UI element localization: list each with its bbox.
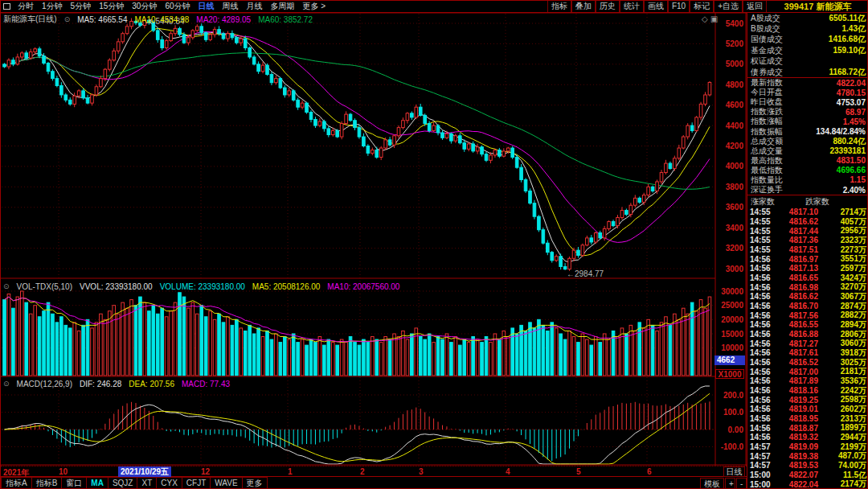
bottom-button-更多[interactable]: 更多 — [243, 477, 268, 489]
price-axis-4600: 4600 — [715, 101, 743, 109]
price-axis-4000: 4000 — [715, 162, 743, 171]
tick-price: 4819.53 — [777, 461, 825, 470]
zoom-in-button[interactable]: + — [725, 478, 735, 489]
zoom-out-button[interactable]: - — [736, 478, 747, 489]
panel-row-value: 6505.11亿 — [829, 13, 866, 24]
price-axis-3200: 3200 — [715, 244, 743, 253]
tick-time: 14:56 — [750, 386, 777, 395]
bottom-button-CYX[interactable]: CYX — [157, 477, 182, 489]
template-button[interactable]: 模板 — [700, 478, 724, 489]
price-axis-5000: 5000 — [715, 60, 743, 68]
price-axis-5200: 5200 — [715, 39, 743, 48]
panel-row-value: 4822.04 — [837, 79, 866, 88]
bottom-button-WAVE[interactable]: WAVE — [211, 477, 242, 489]
date-label-2: 2 — [360, 467, 365, 476]
tick-time: 14:56 — [750, 339, 777, 348]
bottom-button-MA[interactable]: MA — [87, 477, 108, 489]
panel-row-value: 23393181 — [830, 146, 866, 155]
panel-row-label: A股成交 — [751, 13, 780, 24]
tick-price: 4819.01 — [777, 405, 825, 413]
volume-axis-30000: 30000 — [715, 287, 743, 296]
tick-time: 14:56 — [750, 320, 777, 329]
panel-row-债券成交: 债券成交1168.72亿 — [747, 67, 868, 77]
volume-settings-icon[interactable]: ⊙ — [3, 282, 10, 290]
tick-price: 4817.51 — [777, 245, 825, 254]
tick-price: 4816.98 — [777, 283, 825, 292]
tick-list-header: 涨家数 跌家数 — [747, 195, 868, 208]
panel-row-深证换手: 深证换手2.40% — [747, 185, 868, 195]
bottom-button-指标B[interactable]: 指标B — [32, 477, 63, 489]
date-label-12: 12 — [201, 467, 210, 476]
tick-list[interactable]: 14:554817.102714万14:554816.624057万14:554… — [747, 208, 868, 489]
tick-time: 14:55 — [750, 245, 777, 254]
tick-time: 14:56 — [750, 302, 777, 310]
tick-price: 4817.56 — [777, 311, 825, 320]
date-label-1: 1 — [288, 467, 293, 476]
tick-price: 4818.95 — [777, 414, 825, 423]
panel-row-value: 159.10亿 — [833, 45, 866, 56]
date-axis: 2021年10121234562021/10/29五 — [1, 466, 747, 477]
tick-price: 4819.25 — [777, 396, 825, 405]
period-indicator-box[interactable]: 日线 — [723, 466, 745, 477]
volume-unit-label: X1000 — [715, 369, 744, 379]
vol-values-1: VOLUME: 23393180.00 — [160, 282, 245, 291]
tick-price: 4822.07 — [777, 471, 825, 479]
macd-settings-icon[interactable]: ⊙ — [3, 380, 10, 388]
tick-time: 14:56 — [750, 358, 777, 367]
tick-time: 14:56 — [750, 273, 777, 282]
panel-row-label: 深证换手 — [751, 184, 783, 195]
tick-time: 14:56 — [750, 311, 777, 320]
tick-price: 4817.44 — [777, 227, 825, 236]
panel-row-value: 4780.15 — [837, 88, 866, 97]
bottom-button-SQJZ[interactable]: SQJZ — [108, 477, 138, 489]
advancers-header[interactable]: 涨家数 — [747, 196, 805, 208]
bottom-button-XT[interactable]: XT — [137, 477, 157, 489]
panel-row-label: 基金成交 — [751, 45, 783, 56]
chart-canvas[interactable] — [1, 1, 747, 489]
panel-row-label: B股成交 — [751, 23, 780, 35]
tick-price: 4817.10 — [777, 208, 825, 216]
price-axis-3000: 3000 — [715, 265, 743, 273]
tick-time: 14:55 — [750, 236, 777, 244]
bottom-button-窗口[interactable]: 窗口 — [62, 477, 87, 489]
volume-axis-15000: 15000 — [715, 330, 743, 339]
tick-price: 4817.89 — [777, 376, 825, 385]
macd-axis-200: 200.0 — [715, 391, 743, 400]
panel-row-label: 国债成交 — [751, 34, 783, 45]
tick-volume: 2174万 — [825, 479, 866, 489]
price-axis-4400: 4400 — [715, 121, 743, 130]
tick-time: 15:00 — [750, 480, 777, 489]
price-axis-5400: 5400 — [715, 19, 743, 28]
macd-axis-100: 100.0 — [715, 408, 743, 417]
tick-time: 14:57 — [750, 461, 777, 470]
panel-row-label: 权证成交 — [751, 55, 783, 67]
tick-price: 4817.61 — [777, 348, 825, 357]
bottom-button-指标A[interactable]: 指标A — [1, 477, 32, 489]
panel-row-value: 880.24亿 — [833, 136, 866, 147]
panel-row-value: 1168.72亿 — [829, 67, 866, 78]
quote-panel: A股成交6505.11亿B股成交1.43亿国债成交1416.68亿基金成交159… — [747, 13, 868, 489]
tick-price: 4817.00 — [777, 368, 825, 376]
stock-name: 新能源车 — [816, 2, 851, 11]
panel-row-value: 134.84/2.84% — [816, 127, 866, 136]
date-highlight: 2021/10/29五 — [118, 466, 171, 477]
chart-corner-icon-0[interactable]: ◇ — [702, 14, 710, 23]
decliners-header[interactable]: 跌家数 — [805, 196, 829, 208]
date-label-10: 10 — [59, 467, 68, 476]
bottom-toolbar: 指标A指标B窗口MASQJZXTCYXCFJTWAVE更多 — [1, 477, 747, 489]
tick-price: 4818.16 — [777, 386, 825, 395]
price-axis-3800: 3800 — [715, 183, 743, 191]
volume-cursor-badge: 4662 — [714, 355, 745, 365]
bottom-button-CFJT[interactable]: CFJT — [182, 477, 211, 489]
tick-time: 14:56 — [750, 396, 777, 405]
date-label-6: 6 — [647, 467, 652, 476]
panel-row-value: 68.97 — [845, 108, 866, 117]
date-label-5: 5 — [576, 467, 581, 476]
main-chart-header: 新能源车(日线) ⊙ MA5: 4665.54MA10: 4534.98MA20… — [3, 14, 313, 24]
main-chart-title: 新能源车(日线) — [3, 14, 57, 25]
vol-values-3: MA10: 20067560.00 — [327, 282, 399, 291]
macd-values-2: MACD: 77.43 — [182, 380, 230, 388]
tick-price: 4816.62 — [777, 217, 825, 226]
indicator-settings-icon[interactable]: ⊙ — [64, 15, 71, 23]
low-arrow-icon: ← — [567, 269, 575, 278]
